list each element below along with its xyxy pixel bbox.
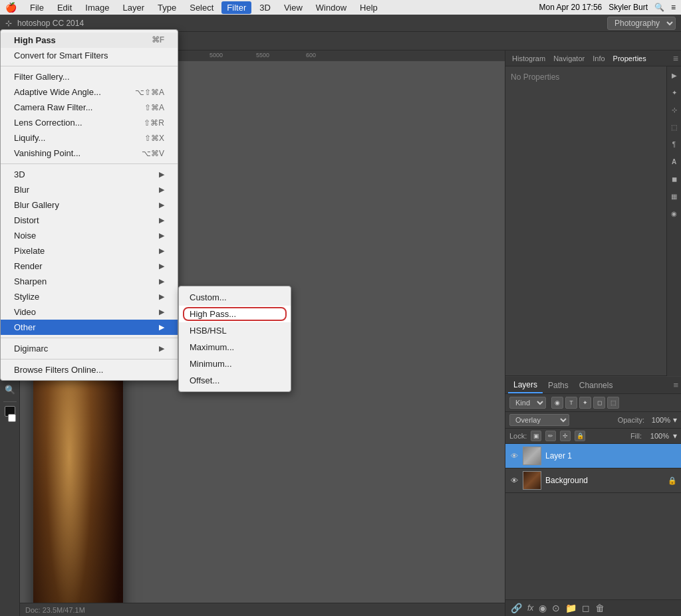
submenu-item-custom[interactable]: Custom... [179, 289, 291, 306]
layer-1-visibility[interactable]: 👁 [509, 476, 519, 485]
lock-all-btn[interactable]: 🔒 [575, 431, 585, 441]
menubar-search[interactable]: 🔍 [654, 3, 664, 12]
app-menu: File Edit Image Layer Type Select Filter… [25, 1, 383, 14]
panel-icon-circle[interactable]: ◉ [668, 207, 680, 219]
menu-type[interactable]: Type [152, 1, 182, 14]
other-submenu[interactable]: Custom... High Pass... HSB/HSL Maximum..… [178, 286, 291, 392]
properties-content: No Properties [505, 66, 681, 87]
menu-item-adaptive[interactable]: Adaptive Wide Angle... ⌥⇧⌘A [1, 84, 178, 100]
fill-arrow[interactable]: ▾ [673, 431, 677, 441]
new-layer-btn[interactable]: ◻ [582, 603, 590, 613]
tab-properties[interactable]: Properties [609, 52, 650, 64]
filter-pixel-icon[interactable]: ◉ [551, 397, 563, 409]
filter-kind-select[interactable]: Kind [509, 397, 546, 409]
menu-image[interactable]: Image [80, 1, 114, 14]
background-color[interactable] [8, 414, 16, 422]
submenu-item-highpass[interactable]: High Pass... [179, 306, 291, 322]
menu-view[interactable]: View [279, 1, 308, 14]
submenu-item-offset[interactable]: Offset... [179, 372, 291, 389]
apple-menu[interactable]: 🍎 [5, 2, 17, 13]
layer-item-0[interactable]: 👁 Layer 1 [505, 444, 681, 468]
delete-layer-btn[interactable]: 🗑 [595, 603, 605, 613]
menu-item-smart-filters[interactable]: Convert for Smart Filters [1, 48, 178, 63]
submenu-item-minimum[interactable]: Minimum... [179, 356, 291, 372]
fill-value: 100% [646, 432, 669, 440]
lock-move-btn[interactable]: ✢ [560, 431, 571, 441]
menubar-datetime: Mon Apr 20 17:56 [539, 3, 603, 12]
menu-item-digimarc[interactable]: Digimarc ▶ [1, 341, 178, 356]
menu-item-stylize[interactable]: Stylize ▶ [1, 289, 178, 304]
tab-histogram[interactable]: Histogram [508, 52, 549, 64]
zoom-tool[interactable]: 🔍 [2, 381, 18, 397]
menu-window[interactable]: Window [311, 1, 352, 14]
blend-mode-select[interactable]: Overlay [509, 414, 569, 426]
ps-app-title: hotoshop CC 2014 [17, 19, 84, 28]
add-mask-btn[interactable]: ◉ [539, 603, 547, 613]
panel-icon-play[interactable]: ▶ [668, 69, 680, 81]
menu-edit[interactable]: Edit [52, 1, 77, 14]
tab-channels[interactable]: Channels [574, 378, 618, 393]
menu-item-other[interactable]: Other ▶ [1, 320, 178, 335]
filter-shape-icon[interactable]: ◻ [593, 397, 605, 409]
panel-collapse-btn[interactable]: ≡ [673, 53, 678, 64]
menu-item-lens-correction[interactable]: Lens Correction... ⇧⌘R [1, 115, 178, 130]
menu-3d[interactable]: 3D [254, 1, 276, 14]
layer-0-name: Layer 1 [545, 451, 677, 461]
filter-smart-icon[interactable]: ⬚ [607, 397, 619, 409]
menu-item-camera-raw[interactable]: Camera Raw Filter... ⇧⌘A [1, 100, 178, 115]
submenu-item-maximum[interactable]: Maximum... [179, 339, 291, 356]
tab-paths[interactable]: Paths [543, 378, 574, 393]
ruler-label-5500: 5500 [256, 52, 269, 58]
menu-filter[interactable]: Filter [221, 1, 251, 14]
submenu-item-hsbhsl[interactable]: HSB/HSL [179, 322, 291, 339]
layer-1-name: Background [545, 476, 664, 485]
panel-icon-actions[interactable]: ✦ [668, 86, 680, 98]
menu-item-filter-gallery[interactable]: Filter Gallery... [1, 69, 178, 84]
menubar-menu[interactable]: ≡ [671, 3, 676, 12]
menu-item-browse-filters[interactable]: Browse Filters Online... [1, 362, 178, 377]
menu-select[interactable]: Select [184, 1, 219, 14]
lock-paint-btn[interactable]: ✏ [545, 431, 556, 441]
lock-position-btn[interactable]: ▣ [531, 431, 541, 441]
panel-icon-paragraph[interactable]: ¶ [668, 138, 680, 150]
mac-menubar-left: 🍎 File Edit Image Layer Type Select Filt… [5, 1, 539, 14]
menu-help[interactable]: Help [354, 1, 383, 14]
opacity-arrow[interactable]: ▾ [673, 415, 677, 425]
menu-item-recent-highpass[interactable]: High Pass ⌘F [1, 33, 178, 48]
menu-item-noise[interactable]: Noise ▶ [1, 228, 178, 243]
filter-icons: ◉ T ✦ ◻ ⬚ [551, 397, 619, 409]
layer-item-1[interactable]: 👁 Background 🔒 [505, 468, 681, 493]
menu-item-liquify[interactable]: Liquify... ⇧⌘X [1, 130, 178, 146]
menu-item-pixelate[interactable]: Pixelate ▶ [1, 243, 178, 258]
adjustment-btn[interactable]: ⊙ [552, 603, 560, 613]
workspace-selector[interactable]: Photography [607, 17, 676, 30]
panel-icon-swatches[interactable]: ◼ [668, 173, 680, 185]
tab-navigator[interactable]: Navigator [549, 52, 589, 64]
tab-layers[interactable]: Layers [508, 377, 543, 393]
menu-layer[interactable]: Layer [118, 1, 150, 14]
menu-item-blur[interactable]: Blur ▶ [1, 182, 178, 197]
panel-icon-grid[interactable]: ▦ [668, 190, 680, 202]
menu-item-3d[interactable]: 3D ▶ [1, 167, 178, 182]
menu-item-video[interactable]: Video ▶ [1, 304, 178, 320]
layers-collapse-btn[interactable]: ≡ [673, 380, 678, 390]
link-layers-btn[interactable]: 🔗 [511, 603, 522, 613]
menu-item-vanishing-point[interactable]: Vanishing Point... ⌥⌘V [1, 146, 178, 161]
new-group-btn[interactable]: 📁 [565, 603, 577, 613]
menu-item-blur-gallery[interactable]: Blur Gallery ▶ [1, 197, 178, 213]
fx-btn[interactable]: fx [527, 603, 533, 613]
ruler-label-600: 600 [306, 52, 316, 58]
layer-0-visibility[interactable]: 👁 [509, 451, 519, 461]
panel-icon-align[interactable]: ⊹ [668, 104, 680, 116]
recent-highpass-label: High Pass [14, 35, 56, 45]
menu-item-distort[interactable]: Distort ▶ [1, 213, 178, 228]
panel-icon-layers2[interactable]: ⬚ [668, 121, 680, 133]
panel-icon-char[interactable]: A [668, 155, 680, 167]
menu-item-sharpen[interactable]: Sharpen ▶ [1, 274, 178, 289]
menu-file[interactable]: File [25, 1, 49, 14]
filter-adjust-icon[interactable]: ✦ [579, 397, 591, 409]
menu-item-render[interactable]: Render ▶ [1, 258, 178, 274]
filter-dropdown-menu[interactable]: High Pass ⌘F Convert for Smart Filters F… [0, 29, 178, 381]
tab-info[interactable]: Info [589, 52, 609, 64]
filter-text-icon[interactable]: T [565, 397, 577, 409]
